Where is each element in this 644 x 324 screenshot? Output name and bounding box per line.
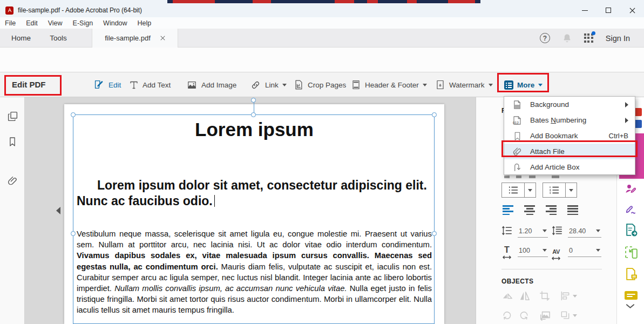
document-canvas: Lorem ipsum Lorem ipsum dolor sit amet, …: [25, 97, 476, 324]
attachments-icon[interactable]: [7, 176, 18, 187]
notifications-bell-icon[interactable]: [562, 33, 572, 43]
export-pdf-icon[interactable]: [624, 222, 639, 237]
line-spacing-icon: [501, 226, 512, 235]
fill-and-sign-icon[interactable]: [624, 183, 638, 195]
align-justify-button[interactable]: [567, 205, 578, 217]
acrobat-logo-icon: [5, 6, 13, 15]
menu-help[interactable]: Help: [138, 19, 152, 27]
close-window-button[interactable]: [620, 3, 644, 17]
selection-handle-top-left[interactable]: [71, 112, 76, 117]
character-spacing-select[interactable]: 0: [568, 244, 601, 257]
selection-handle-top-center[interactable]: [251, 112, 256, 117]
add-image-label: Add Image: [201, 81, 236, 89]
covered-control-fragment: [552, 176, 559, 178]
align-left-button[interactable]: [503, 205, 513, 217]
covered-control-fragment: [504, 176, 510, 178]
annotation-box-more: [497, 73, 549, 92]
covered-control-fragment: [529, 176, 535, 178]
maximize-button[interactable]: [596, 3, 620, 17]
add-text-button[interactable]: Add Text: [129, 72, 171, 97]
align-objects-button[interactable]: [560, 291, 577, 301]
replace-image-button[interactable]: [539, 310, 551, 321]
optimize-pdf-icon[interactable]: [624, 245, 639, 260]
align-right-button[interactable]: [546, 205, 557, 217]
page-thumbnails-icon[interactable]: [7, 111, 18, 122]
menu-item-bates-numbering[interactable]: 012 Bates Numbering: [504, 112, 635, 128]
horizontal-scale-icon: T: [502, 245, 512, 259]
text-selection-box[interactable]: [73, 114, 435, 324]
menu-view[interactable]: View: [48, 19, 63, 27]
header-footer-label: Header & Footer: [365, 81, 419, 89]
panel-divider: [501, 269, 602, 269]
rotation-handle[interactable]: [251, 98, 256, 103]
bates-numbering-icon: 012: [511, 114, 523, 126]
align-center-button[interactable]: [524, 205, 535, 217]
tab-home[interactable]: Home: [0, 29, 42, 48]
help-icon[interactable]: ?: [540, 33, 550, 43]
article-box-icon: [511, 161, 523, 173]
apps-grid-icon[interactable]: [584, 33, 594, 43]
menu-window[interactable]: Window: [103, 19, 127, 27]
paragraph-spacing-select[interactable]: 28.40: [568, 225, 601, 238]
paragraph-spacing-icon: [552, 226, 562, 235]
tab-document[interactable]: file-sample.pdf: [92, 29, 178, 48]
selection-handle-top-right[interactable]: [432, 112, 437, 117]
bullet-list-dropdown[interactable]: [525, 183, 535, 197]
chevron-down-icon: [596, 230, 600, 232]
flip-vertical-button[interactable]: [501, 291, 513, 301]
shortcut-label: Ctrl+B: [609, 132, 628, 140]
horizontal-scale-select[interactable]: 100: [518, 244, 548, 257]
expand-tools-chevron-icon[interactable]: [626, 303, 635, 309]
flip-horizontal-button[interactable]: [519, 291, 531, 301]
more-dropdown-menu: Background 012 Bates Numbering Add Bookm…: [504, 96, 635, 175]
add-image-button[interactable]: Add Image: [186, 72, 236, 97]
comment-document-icon[interactable]: [624, 267, 639, 281]
covered-control-fragment: [516, 176, 521, 178]
line-spacing-value: 1.20: [519, 227, 532, 235]
menu-file[interactable]: File: [5, 19, 16, 27]
crop-pages-label: Crop Pages: [308, 81, 346, 89]
numbered-list-button[interactable]: [543, 183, 577, 198]
sign-pen-tool-icon[interactable]: [624, 203, 638, 215]
arrange-objects-button[interactable]: [560, 310, 577, 321]
sign-in-button[interactable]: Sign In: [606, 34, 630, 43]
tab-tools[interactable]: Tools: [42, 29, 74, 48]
line-spacing-select[interactable]: 1.20: [518, 225, 548, 238]
edit-tool-button[interactable]: Edit: [93, 72, 121, 97]
chevron-down-icon: [489, 84, 493, 86]
watermark-button[interactable]: Watermark: [435, 72, 493, 97]
horizontal-scale-value: 100: [519, 247, 530, 254]
header-footer-button[interactable]: Header & Footer: [351, 72, 427, 97]
character-spacing-value: 0: [569, 247, 573, 254]
selection-handle-mid-left[interactable]: [71, 231, 76, 236]
annotation-box-edit-pdf: [4, 75, 62, 96]
crop-object-button[interactable]: [539, 291, 550, 301]
menu-edit[interactable]: Edit: [26, 19, 38, 27]
selection-handle-mid-right[interactable]: [432, 231, 437, 236]
rotate-right-button[interactable]: [519, 310, 530, 321]
left-navigation-rail: [0, 97, 25, 324]
chevron-down-icon: [596, 249, 600, 252]
tab-close-icon[interactable]: [160, 36, 165, 40]
crop-pages-button[interactable]: Crop Pages: [293, 72, 346, 97]
menu-bar: File Edit View E-Sign Window Help: [0, 17, 644, 29]
annotation-box-attach-file: [501, 140, 638, 157]
edit-tool-label: Edit: [109, 81, 121, 89]
menu-item-background[interactable]: Background: [504, 97, 635, 112]
chevron-down-icon: [543, 249, 547, 252]
link-tool-button[interactable]: Link: [250, 72, 287, 97]
submenu-arrow-icon: [625, 118, 628, 123]
collapse-left-pane-icon[interactable]: [56, 207, 60, 214]
chevron-down-icon: [282, 84, 287, 86]
menu-esign[interactable]: E-Sign: [73, 19, 93, 27]
more-tools-card-icon[interactable]: [624, 291, 638, 301]
minimize-button[interactable]: [573, 3, 596, 17]
background-page-icon: [511, 99, 523, 111]
tab-document-label: file-sample.pdf: [105, 34, 151, 42]
numbered-list-dropdown[interactable]: [566, 183, 577, 197]
rotate-left-button[interactable]: [501, 310, 512, 321]
chevron-down-icon: [423, 84, 427, 86]
bullet-list-button[interactable]: [501, 183, 536, 198]
bookmarks-icon[interactable]: [7, 136, 18, 147]
menu-item-add-article-box[interactable]: Add Article Box: [504, 159, 635, 175]
